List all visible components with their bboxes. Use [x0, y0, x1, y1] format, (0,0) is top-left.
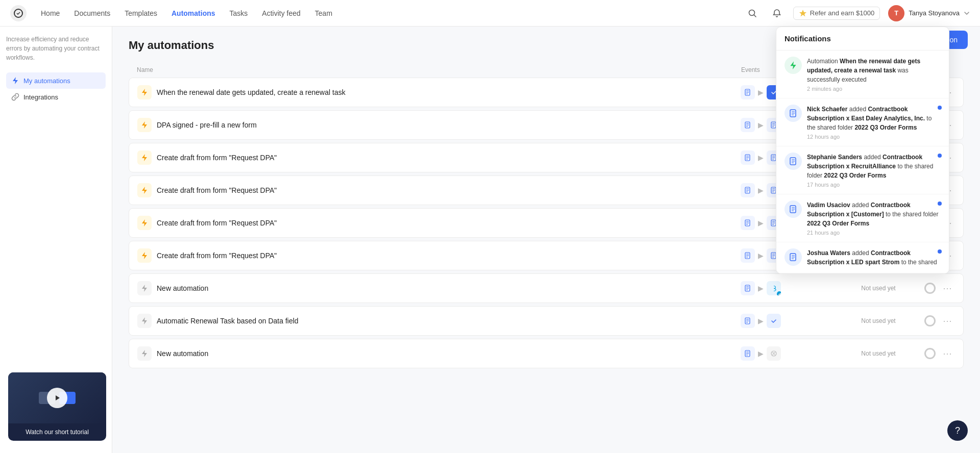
table-row: Automatic Renewal Task based on Data fie… [129, 306, 964, 336]
row-events-6: ▶ [741, 281, 832, 295]
row-label-3: Create draft from form "Request DPA" [157, 186, 277, 194]
toggle-8[interactable] [924, 348, 936, 359]
nav-home[interactable]: Home [35, 6, 66, 20]
search-button[interactable] [744, 5, 761, 21]
more-menu-8[interactable]: ⋯ [940, 347, 955, 360]
nav-activity-feed[interactable]: Activity feed [256, 6, 306, 20]
arrow-icon: ▶ [758, 88, 764, 96]
row-label-0: When the renewal date gets updated, crea… [157, 88, 346, 96]
row-label-6: New automation [157, 284, 208, 292]
table-row: New automation ▶ Not used yet ⋯ [129, 339, 964, 368]
row-icon-3 [137, 183, 152, 197]
arrow-icon: ▶ [758, 317, 764, 325]
lightning-row-icon [140, 121, 149, 129]
row-actions-7: ⋯ [924, 314, 955, 328]
page-title: My automations [129, 39, 214, 52]
event-doc-icon[interactable] [741, 216, 755, 230]
sidebar-label-integrations: Integrations [23, 93, 58, 101]
top-navigation: Home Documents Templates Automations Tas… [0, 0, 980, 27]
event-doc-icon[interactable] [741, 118, 755, 132]
nav-tasks[interactable]: Tasks [224, 6, 254, 20]
row-name-7: Automatic Renewal Task based on Data fie… [137, 314, 741, 328]
play-icon [53, 394, 61, 402]
event-doc-icon[interactable] [741, 346, 755, 361]
tutorial-play-button[interactable] [47, 388, 67, 408]
notif-content-1: Nick Schaefer added Contractbook Subscri… [807, 105, 941, 140]
row-name-2: Create draft from form "Request DPA" [137, 150, 741, 165]
usage-label-8: Not used yet [861, 350, 895, 357]
event-doc-icon[interactable] [741, 85, 755, 99]
nav-automations[interactable]: Automations [165, 6, 222, 20]
lightning-row-icon [140, 317, 149, 325]
event-doc-icon[interactable] [741, 183, 755, 197]
svg-marker-23 [56, 395, 60, 400]
nav-documents[interactable]: Documents [68, 6, 116, 20]
notif-avatar-4 [785, 248, 802, 266]
event-check2-icon[interactable] [767, 314, 781, 328]
col-name: Name [137, 66, 741, 73]
more-menu-7[interactable]: ⋯ [940, 314, 955, 328]
refer-label: Refer and earn $1000 [810, 9, 874, 17]
notif-content-3: Vadim Usaciov added Contractbook Subscri… [807, 200, 941, 236]
tutorial-widget: × Watch our short tutorial [8, 372, 106, 441]
row-label-7: Automatic Renewal Task based on Data fie… [157, 317, 299, 325]
row-icon-0 [137, 85, 152, 99]
event-doc-icon[interactable] [741, 314, 755, 328]
notif-text-4: Joshua Waters added Contractbook Subscri… [807, 248, 941, 267]
lightning-row-icon [140, 186, 149, 194]
more-menu-6[interactable]: ⋯ [940, 282, 955, 295]
arrow-icon: ▶ [758, 349, 764, 358]
notification-item-4: Joshua Waters added Contractbook Subscri… [776, 242, 949, 273]
row-icon-4 [137, 216, 152, 230]
notif-time-3: 21 hours ago [807, 230, 941, 236]
toggle-6[interactable] [924, 283, 936, 294]
row-label-2: Create draft from form "Request DPA" [157, 154, 277, 162]
lightning-row-icon [140, 88, 149, 96]
tutorial-video-area[interactable] [8, 372, 106, 423]
arrow-icon: ▶ [758, 284, 764, 292]
notif-dot-1 [938, 106, 942, 110]
sidebar-item-integrations[interactable]: Integrations [6, 89, 106, 105]
notification-item-0: Automation When the renewal date gets up… [776, 51, 949, 98]
notif-dot-2 [938, 154, 942, 158]
refer-button[interactable]: Refer and earn $1000 [793, 7, 880, 20]
row-name-0: When the renewal date gets updated, crea… [137, 85, 741, 99]
notif-time-0: 2 minutes ago [807, 86, 941, 92]
nav-team[interactable]: Team [309, 6, 338, 20]
event-doc-icon[interactable] [741, 248, 755, 263]
notif-content-2: Stephanie Sanders added Contractbook Sub… [807, 153, 941, 188]
sidebar-item-my-automations[interactable]: My automations [6, 72, 106, 89]
toggle-7[interactable] [924, 315, 936, 326]
event-doc-icon[interactable] [741, 150, 755, 165]
arrow-icon: ▶ [758, 154, 764, 162]
notif-time-1: 12 hours ago [807, 134, 941, 140]
notifications-button[interactable] [769, 5, 785, 21]
row-actions-8: ⋯ [924, 347, 955, 360]
notif-text-1: Nick Schaefer added Contractbook Subscri… [807, 105, 941, 132]
sidebar-label-my-automations: My automations [23, 77, 70, 85]
arrow-icon: ▶ [758, 219, 764, 227]
tutorial-icons-row [39, 392, 76, 404]
notif-avatar-0 [785, 57, 802, 74]
row-icon-5 [137, 248, 152, 263]
event-cancel-icon[interactable] [767, 346, 781, 361]
svg-marker-2 [799, 10, 806, 17]
arrow-icon: ▶ [758, 186, 764, 194]
help-button[interactable]: ? [947, 420, 968, 441]
row-icon-7 [137, 314, 152, 328]
sidebar-description: Increase efficiency and reduce errors by… [6, 35, 106, 62]
lightning-icon [11, 77, 19, 85]
event-salesforce-icon[interactable] [767, 281, 781, 295]
lightning-row-icon [140, 349, 149, 358]
user-menu[interactable]: T Tanya Stoyanova [888, 5, 970, 21]
row-status-6: Not used yet [832, 285, 924, 292]
event-doc-icon[interactable] [741, 281, 755, 295]
row-name-8: New automation [137, 346, 741, 361]
notif-text-3: Vadim Usaciov added Contractbook Subscri… [807, 200, 941, 228]
table-row: New automation ▶ Not used yet ⋯ [129, 273, 964, 303]
notif-content-4: Joshua Waters added Contractbook Subscri… [807, 248, 941, 267]
notif-content-0: Automation When the renewal date gets up… [807, 57, 941, 92]
row-icon-8 [137, 346, 152, 361]
nav-templates[interactable]: Templates [118, 6, 163, 20]
notification-item-2: Stephanie Sanders added Contractbook Sub… [776, 146, 949, 194]
